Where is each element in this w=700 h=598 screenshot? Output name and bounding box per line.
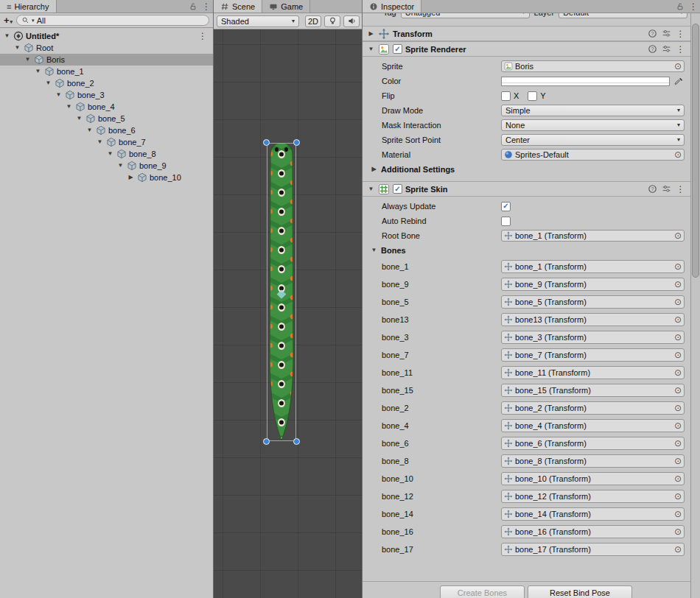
tree-item-bone_1[interactable]: ▼bone_1 — [0, 66, 213, 77]
presets-icon[interactable] — [661, 183, 672, 194]
tree-item-boris[interactable]: ▼Boris — [0, 54, 213, 66]
tree-item-bone_10[interactable]: ▶bone_10 — [0, 172, 213, 183]
kebab-menu-icon[interactable]: ⋮ — [675, 28, 686, 39]
tab-scene[interactable]: Scene — [214, 0, 262, 13]
foldout-open-icon[interactable]: ▼ — [13, 45, 21, 51]
component-enabled-checkbox[interactable]: ✓ — [393, 44, 402, 54]
kebab-menu-icon[interactable]: ⋮ — [675, 43, 686, 54]
bone-object-field[interactable]: bone_10 (Transform)⊙ — [501, 472, 685, 485]
mask-interaction-dropdown[interactable]: None ▾ — [501, 119, 685, 131]
foldout-closed-icon[interactable]: ▶ — [367, 31, 375, 37]
help-icon[interactable]: ? — [647, 43, 658, 54]
foldout-open-icon[interactable]: ▼ — [3, 33, 11, 39]
sprite-object-field[interactable]: Boris ⊙ — [501, 60, 685, 72]
foldout-open-icon[interactable]: ▼ — [75, 116, 83, 122]
tree-item-bone_5[interactable]: ▼bone_5 — [0, 113, 213, 124]
object-picker-icon[interactable]: ⊙ — [672, 404, 684, 412]
object-picker-icon[interactable]: ⊙ — [672, 545, 684, 554]
presets-icon[interactable] — [661, 43, 672, 54]
object-picker-icon[interactable]: ⊙ — [672, 492, 684, 501]
flip-x-checkbox[interactable] — [501, 91, 511, 101]
selection-handle-top-left[interactable] — [263, 139, 270, 146]
foldout-open-icon[interactable]: ▼ — [106, 151, 114, 157]
object-picker-icon[interactable]: ⊙ — [672, 386, 684, 395]
tag-dropdown[interactable]: Untagged ▾ — [401, 13, 530, 18]
kebab-menu-icon[interactable]: ⋮ — [200, 0, 213, 13]
object-picker-icon[interactable]: ⊙ — [672, 231, 684, 240]
foldout-open-icon[interactable]: ▼ — [55, 92, 63, 98]
bone-object-field[interactable]: bone_2 (Transform)⊙ — [501, 401, 685, 415]
material-object-field[interactable]: Sprites-Default ⊙ — [501, 149, 685, 161]
create-bones-button[interactable]: Create Bones — [440, 585, 525, 598]
tree-item-bone_2[interactable]: ▼bone_2 — [0, 77, 213, 89]
reset-bind-pose-button[interactable]: Reset Bind Pose — [528, 585, 632, 598]
object-picker-icon[interactable]: ⊙ — [672, 298, 684, 306]
bone-object-field[interactable]: bone_4 (Transform)⊙ — [501, 419, 685, 432]
sprite-skin-component-header[interactable]: ▼ ✓ Sprite Skin ? ⋮ — [363, 181, 690, 197]
lighting-toggle-icon[interactable] — [324, 15, 340, 27]
lock-icon[interactable] — [186, 0, 200, 13]
foldout-open-icon[interactable]: ▼ — [24, 57, 32, 63]
transform-component-header[interactable]: ▶ Transform ? ⋮ — [363, 26, 690, 41]
bone-object-field[interactable]: bone_8 (Transform)⊙ — [501, 454, 685, 468]
2d-toggle-button[interactable]: 2D — [305, 15, 321, 27]
selection-handle-top-right[interactable] — [293, 139, 300, 146]
scene-kebab-icon[interactable]: ⋮ — [198, 31, 207, 41]
object-picker-icon[interactable]: ⊙ — [672, 474, 684, 483]
tree-item-bone_8[interactable]: ▼bone_8 — [0, 148, 213, 160]
component-enabled-checkbox[interactable]: ✓ — [393, 184, 402, 194]
bone-object-field[interactable]: bone_7 (Transform)⊙ — [501, 348, 685, 362]
foldout-open-icon[interactable]: ▼ — [116, 163, 125, 169]
foldout-closed-icon[interactable]: ▶ — [127, 175, 135, 180]
object-picker-icon[interactable]: ⊙ — [672, 280, 684, 289]
bone-object-field[interactable]: bone13 (Transform)⊙ — [501, 313, 685, 326]
search-input[interactable]: ▾ All — [16, 15, 209, 26]
object-picker-icon[interactable]: ⊙ — [672, 150, 684, 159]
bone-object-field[interactable]: bone_11 (Transform)⊙ — [501, 366, 685, 379]
bone-object-field[interactable]: bone_9 (Transform)⊙ — [501, 278, 685, 291]
bone-object-field[interactable]: bone_16 (Transform)⊙ — [501, 525, 685, 538]
bone-object-field[interactable]: bone_1 (Transform)⊙ — [501, 260, 685, 273]
tab-inspector[interactable]: Inspector — [363, 0, 421, 13]
bone-object-field[interactable]: bone_3 (Transform)⊙ — [501, 331, 685, 344]
tree-item-bone_9[interactable]: ▼bone_9 — [0, 160, 213, 172]
help-icon[interactable]: ? — [647, 28, 658, 39]
bone-object-field[interactable]: bone_5 (Transform)⊙ — [501, 295, 685, 309]
sprite-renderer-component-header[interactable]: ▼ ✓ Sprite Renderer ? ⋮ — [363, 41, 690, 57]
object-picker-icon[interactable]: ⊙ — [672, 527, 684, 536]
draw-mode-dropdown[interactable]: Simple ▾ — [501, 105, 685, 116]
tree-item-bone_6[interactable]: ▼bone_6 — [0, 124, 213, 136]
additional-settings-foldout[interactable]: ▶ Additional Settings — [363, 162, 690, 177]
foldout-open-icon[interactable]: ▼ — [96, 139, 104, 145]
object-picker-icon[interactable]: ⊙ — [672, 439, 684, 448]
audio-toggle-icon[interactable] — [343, 15, 360, 27]
tab-hierarchy[interactable]: ≡ Hierarchy — [0, 0, 57, 13]
object-picker-icon[interactable]: ⊙ — [672, 457, 684, 465]
tree-item-bone_3[interactable]: ▼bone_3 — [0, 89, 213, 101]
sprite-sort-point-dropdown[interactable]: Center ▾ — [501, 134, 685, 146]
tree-item-bone_7[interactable]: ▼bone_7 — [0, 136, 213, 148]
always-update-checkbox[interactable]: ✓ — [501, 202, 511, 211]
help-icon[interactable]: ? — [647, 183, 658, 194]
bones-foldout[interactable]: ▼ Bones — [363, 243, 690, 258]
root-bone-object-field[interactable]: bone_1 (Transform) ⊙ — [501, 230, 685, 242]
tab-game[interactable]: Game — [262, 0, 310, 13]
bone-object-field[interactable]: bone_15 (Transform)⊙ — [501, 384, 685, 397]
bone-object-field[interactable]: bone_17 (Transform)⊙ — [501, 543, 685, 556]
foldout-open-icon[interactable]: ▼ — [65, 104, 73, 110]
tree-item-bone_4[interactable]: ▼bone_4 — [0, 101, 213, 113]
selection-handle-bottom-left[interactable] — [263, 438, 270, 445]
object-picker-icon[interactable]: ⊙ — [672, 262, 684, 271]
tree-item-root[interactable]: ▼Root — [0, 42, 213, 54]
shading-mode-dropdown[interactable]: Shaded ▾ — [217, 15, 299, 27]
eyedropper-icon[interactable] — [673, 76, 685, 87]
tree-item-untitled-[interactable]: ▼Untitled*⋮ — [0, 30, 213, 42]
flip-y-checkbox[interactable] — [528, 91, 537, 101]
scrollbar-thumb[interactable] — [692, 24, 699, 278]
object-picker-icon[interactable]: ⊙ — [672, 351, 684, 359]
bone-object-field[interactable]: bone_6 (Transform)⊙ — [501, 437, 685, 450]
layer-dropdown[interactable]: Default ▾ — [559, 13, 687, 18]
boris-sprite[interactable] — [264, 140, 299, 443]
bone-object-field[interactable]: bone_12 (Transform)⊙ — [501, 490, 685, 503]
foldout-open-icon[interactable]: ▼ — [44, 80, 52, 86]
